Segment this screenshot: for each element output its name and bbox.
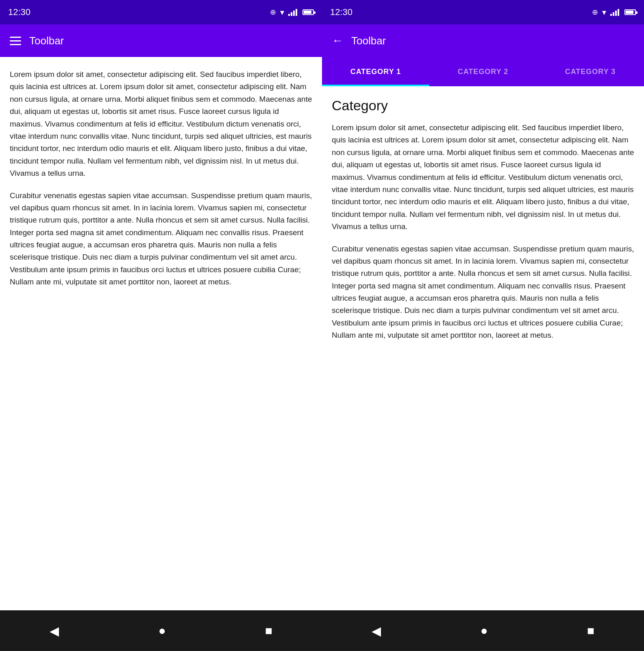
nav-bar-1 [0,610,322,651]
location-icon-1: ⊕ [270,8,276,17]
location-icon-2: ⊕ [592,8,598,17]
battery-icon-1 [302,9,314,15]
home-button-1[interactable] [158,624,165,638]
status-time-2: 12:30 [330,7,352,17]
toolbar-title-1: Toolbar [29,35,64,47]
hamburger-icon[interactable] [10,37,21,45]
tab-category-2[interactable]: CATEGORY 2 [429,57,537,86]
recent-button-1[interactable] [265,624,272,638]
content-1: Lorem ipsum dolor sit amet, consectetur … [0,57,322,610]
signal-icon-1 [288,9,297,16]
content-paragraph-1-1: Lorem ipsum dolor sit amet, consectetur … [10,68,312,180]
wifi-icon-2: ▾ [602,7,606,17]
content-paragraph-1-2: Curabitur venenatis egestas sapien vitae… [10,190,312,288]
signal-icon-2 [610,9,619,16]
phone-1: 12:30 ⊕ ▾ Toolbar Lorem ipsum dolor sit … [0,0,322,651]
content-2: Category Lorem ipsum dolor sit amet, con… [322,86,644,610]
status-bar-2: 12:30 ⊕ ▾ [322,0,644,24]
tabs-bar: CATEGORY 1 CATEGORY 2 CATEGORY 3 [322,57,644,86]
status-bar-1: 12:30 ⊕ ▾ [0,0,322,24]
recent-button-2[interactable] [587,624,594,638]
toolbar-title-2: Toolbar [351,35,386,47]
tab-category-1[interactable]: CATEGORY 1 [322,57,429,86]
status-time-1: 12:30 [8,7,30,17]
content-paragraph-2-2: Curabitur venenatis egestas sapien vitae… [332,243,634,342]
content-paragraph-2-1: Lorem ipsum dolor sit amet, consectetur … [332,122,634,233]
home-button-2[interactable] [480,624,487,638]
back-button-2[interactable] [372,624,381,638]
battery-icon-2 [624,9,636,15]
status-icons-2: ⊕ ▾ [592,7,636,17]
status-icons-1: ⊕ ▾ [270,7,314,17]
nav-bar-2 [322,610,644,651]
tab-category-3[interactable]: CATEGORY 3 [537,57,644,86]
back-button-1[interactable] [50,624,59,638]
toolbar-1: Toolbar [0,24,322,57]
wifi-icon-1: ▾ [280,7,284,17]
back-arrow-icon[interactable]: ← [332,34,343,47]
phone-2: 12:30 ⊕ ▾ ← Toolbar CATEGORY 1 CATEGORY … [322,0,644,651]
content-heading-2: Category [332,98,634,114]
toolbar-2: ← Toolbar [322,24,644,57]
